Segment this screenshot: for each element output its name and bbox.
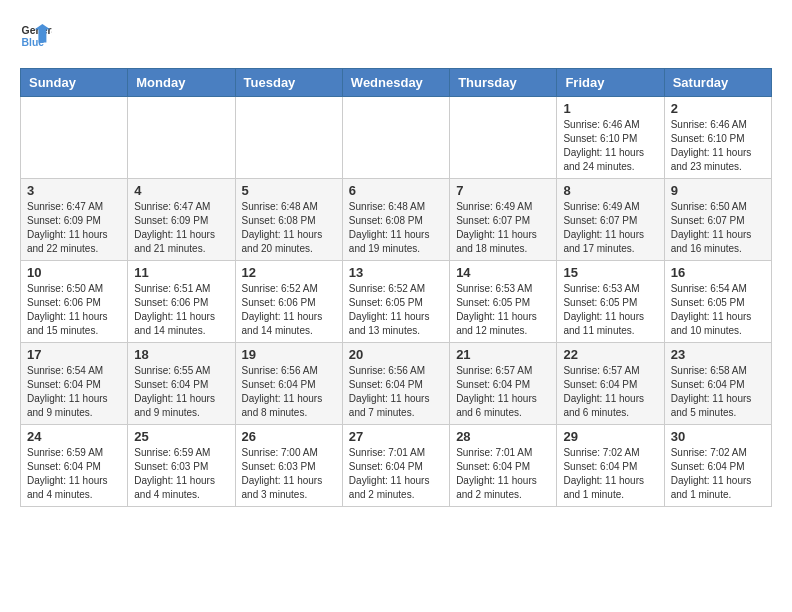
day-info: Sunrise: 6:54 AM Sunset: 6:05 PM Dayligh… [671,282,765,338]
day-number: 18 [134,347,228,362]
header-friday: Friday [557,69,664,97]
header-wednesday: Wednesday [342,69,449,97]
day-cell [342,97,449,179]
day-number: 13 [349,265,443,280]
day-cell: 21Sunrise: 6:57 AM Sunset: 6:04 PM Dayli… [450,343,557,425]
day-number: 15 [563,265,657,280]
day-cell: 14Sunrise: 6:53 AM Sunset: 6:05 PM Dayli… [450,261,557,343]
day-cell: 26Sunrise: 7:00 AM Sunset: 6:03 PM Dayli… [235,425,342,507]
day-number: 23 [671,347,765,362]
calendar-header-row: SundayMondayTuesdayWednesdayThursdayFrid… [21,69,772,97]
week-row-3: 17Sunrise: 6:54 AM Sunset: 6:04 PM Dayli… [21,343,772,425]
header-sunday: Sunday [21,69,128,97]
day-cell: 2Sunrise: 6:46 AM Sunset: 6:10 PM Daylig… [664,97,771,179]
day-cell: 18Sunrise: 6:55 AM Sunset: 6:04 PM Dayli… [128,343,235,425]
day-info: Sunrise: 6:59 AM Sunset: 6:04 PM Dayligh… [27,446,121,502]
day-cell: 9Sunrise: 6:50 AM Sunset: 6:07 PM Daylig… [664,179,771,261]
day-number: 24 [27,429,121,444]
day-cell: 16Sunrise: 6:54 AM Sunset: 6:05 PM Dayli… [664,261,771,343]
day-info: Sunrise: 6:54 AM Sunset: 6:04 PM Dayligh… [27,364,121,420]
day-number: 5 [242,183,336,198]
day-info: Sunrise: 7:00 AM Sunset: 6:03 PM Dayligh… [242,446,336,502]
day-info: Sunrise: 6:58 AM Sunset: 6:04 PM Dayligh… [671,364,765,420]
day-info: Sunrise: 6:47 AM Sunset: 6:09 PM Dayligh… [134,200,228,256]
calendar-table: SundayMondayTuesdayWednesdayThursdayFrid… [20,68,772,507]
header-monday: Monday [128,69,235,97]
day-cell: 25Sunrise: 6:59 AM Sunset: 6:03 PM Dayli… [128,425,235,507]
day-info: Sunrise: 6:59 AM Sunset: 6:03 PM Dayligh… [134,446,228,502]
day-cell: 28Sunrise: 7:01 AM Sunset: 6:04 PM Dayli… [450,425,557,507]
day-cell: 7Sunrise: 6:49 AM Sunset: 6:07 PM Daylig… [450,179,557,261]
day-number: 30 [671,429,765,444]
day-info: Sunrise: 6:48 AM Sunset: 6:08 PM Dayligh… [349,200,443,256]
day-number: 21 [456,347,550,362]
day-number: 20 [349,347,443,362]
day-info: Sunrise: 7:01 AM Sunset: 6:04 PM Dayligh… [349,446,443,502]
day-cell: 23Sunrise: 6:58 AM Sunset: 6:04 PM Dayli… [664,343,771,425]
day-cell: 15Sunrise: 6:53 AM Sunset: 6:05 PM Dayli… [557,261,664,343]
day-cell: 6Sunrise: 6:48 AM Sunset: 6:08 PM Daylig… [342,179,449,261]
day-cell: 22Sunrise: 6:57 AM Sunset: 6:04 PM Dayli… [557,343,664,425]
day-number: 11 [134,265,228,280]
header-tuesday: Tuesday [235,69,342,97]
day-info: Sunrise: 6:52 AM Sunset: 6:06 PM Dayligh… [242,282,336,338]
day-cell: 17Sunrise: 6:54 AM Sunset: 6:04 PM Dayli… [21,343,128,425]
day-info: Sunrise: 6:53 AM Sunset: 6:05 PM Dayligh… [563,282,657,338]
day-info: Sunrise: 7:02 AM Sunset: 6:04 PM Dayligh… [671,446,765,502]
day-number: 6 [349,183,443,198]
week-row-2: 10Sunrise: 6:50 AM Sunset: 6:06 PM Dayli… [21,261,772,343]
day-cell: 10Sunrise: 6:50 AM Sunset: 6:06 PM Dayli… [21,261,128,343]
day-number: 10 [27,265,121,280]
day-cell: 19Sunrise: 6:56 AM Sunset: 6:04 PM Dayli… [235,343,342,425]
day-info: Sunrise: 6:56 AM Sunset: 6:04 PM Dayligh… [349,364,443,420]
day-info: Sunrise: 6:47 AM Sunset: 6:09 PM Dayligh… [27,200,121,256]
day-number: 2 [671,101,765,116]
day-info: Sunrise: 6:49 AM Sunset: 6:07 PM Dayligh… [456,200,550,256]
week-row-0: 1Sunrise: 6:46 AM Sunset: 6:10 PM Daylig… [21,97,772,179]
day-info: Sunrise: 6:53 AM Sunset: 6:05 PM Dayligh… [456,282,550,338]
day-cell [128,97,235,179]
logo: General Blue [20,20,52,52]
logo-icon: General Blue [20,20,52,52]
day-number: 7 [456,183,550,198]
day-number: 27 [349,429,443,444]
day-info: Sunrise: 6:57 AM Sunset: 6:04 PM Dayligh… [563,364,657,420]
day-cell [21,97,128,179]
week-row-1: 3Sunrise: 6:47 AM Sunset: 6:09 PM Daylig… [21,179,772,261]
day-cell: 24Sunrise: 6:59 AM Sunset: 6:04 PM Dayli… [21,425,128,507]
day-info: Sunrise: 6:52 AM Sunset: 6:05 PM Dayligh… [349,282,443,338]
day-number: 1 [563,101,657,116]
day-number: 8 [563,183,657,198]
week-row-4: 24Sunrise: 6:59 AM Sunset: 6:04 PM Dayli… [21,425,772,507]
day-cell: 5Sunrise: 6:48 AM Sunset: 6:08 PM Daylig… [235,179,342,261]
header-thursday: Thursday [450,69,557,97]
header-saturday: Saturday [664,69,771,97]
day-number: 19 [242,347,336,362]
day-number: 16 [671,265,765,280]
day-cell [450,97,557,179]
day-info: Sunrise: 6:56 AM Sunset: 6:04 PM Dayligh… [242,364,336,420]
day-cell: 11Sunrise: 6:51 AM Sunset: 6:06 PM Dayli… [128,261,235,343]
svg-text:General: General [22,25,52,36]
day-cell: 27Sunrise: 7:01 AM Sunset: 6:04 PM Dayli… [342,425,449,507]
day-info: Sunrise: 6:46 AM Sunset: 6:10 PM Dayligh… [563,118,657,174]
day-cell: 30Sunrise: 7:02 AM Sunset: 6:04 PM Dayli… [664,425,771,507]
day-info: Sunrise: 6:57 AM Sunset: 6:04 PM Dayligh… [456,364,550,420]
day-number: 9 [671,183,765,198]
day-number: 25 [134,429,228,444]
day-info: Sunrise: 6:51 AM Sunset: 6:06 PM Dayligh… [134,282,228,338]
day-number: 26 [242,429,336,444]
header: General Blue [20,20,772,52]
day-number: 28 [456,429,550,444]
day-cell [235,97,342,179]
day-cell: 29Sunrise: 7:02 AM Sunset: 6:04 PM Dayli… [557,425,664,507]
day-cell: 20Sunrise: 6:56 AM Sunset: 6:04 PM Dayli… [342,343,449,425]
day-info: Sunrise: 6:50 AM Sunset: 6:06 PM Dayligh… [27,282,121,338]
day-number: 3 [27,183,121,198]
day-cell: 12Sunrise: 6:52 AM Sunset: 6:06 PM Dayli… [235,261,342,343]
day-info: Sunrise: 6:46 AM Sunset: 6:10 PM Dayligh… [671,118,765,174]
day-info: Sunrise: 7:02 AM Sunset: 6:04 PM Dayligh… [563,446,657,502]
day-cell: 8Sunrise: 6:49 AM Sunset: 6:07 PM Daylig… [557,179,664,261]
day-number: 4 [134,183,228,198]
day-cell: 13Sunrise: 6:52 AM Sunset: 6:05 PM Dayli… [342,261,449,343]
